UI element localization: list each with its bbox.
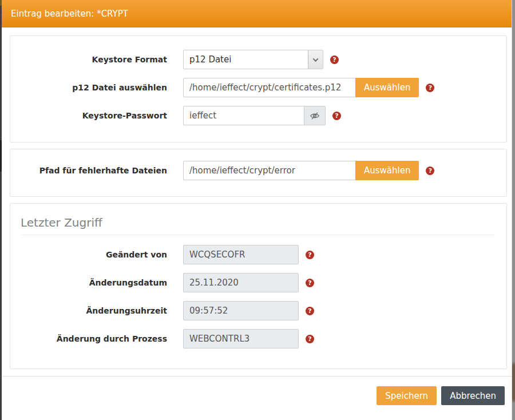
change-time-row: Änderungsuhrzeit ?: [10, 301, 506, 320]
p12-file-label: p12 Datei auswählen: [10, 83, 167, 92]
changed-by-value: [183, 245, 299, 264]
keystore-password-label: Keystore-Passwort: [10, 111, 167, 120]
p12-file-help-icon[interactable]: ?: [426, 84, 434, 92]
dialog-header: Eintrag bearbeiten: *CRYPT: [2, 0, 512, 27]
eye-slash-icon: [310, 112, 320, 120]
change-time-help-icon[interactable]: ?: [306, 307, 314, 315]
change-process-row: Änderung durch Prozess ?: [10, 329, 506, 348]
save-button[interactable]: Speichern: [377, 386, 437, 405]
dialog-footer: Speichern Abbrechen: [2, 377, 512, 405]
keystore-format-selected-value: p12 Datei: [184, 54, 308, 65]
keystore-format-help-icon[interactable]: ?: [330, 56, 339, 64]
change-time-value: [183, 301, 299, 320]
keystore-format-select[interactable]: p12 Datei: [183, 50, 323, 69]
error-path-label: Pfad für fehlerhafte Dateien: [10, 166, 167, 175]
keystore-password-input[interactable]: [183, 106, 304, 125]
change-process-value: [183, 329, 299, 348]
change-time-label: Änderungsuhrzeit: [10, 306, 167, 315]
keystore-format-label: Keystore Format: [10, 55, 167, 64]
keystore-password-row: Keystore-Passwort ?: [10, 106, 506, 125]
scrollbar[interactable]: [512, 0, 515, 420]
p12-file-row: p12 Datei auswählen Auswählen ?: [10, 78, 506, 97]
changed-by-label: Geändert von: [10, 250, 167, 259]
keystore-format-row: Keystore Format p12 Datei ?: [10, 50, 506, 69]
password-visibility-toggle[interactable]: [304, 106, 326, 125]
cancel-button[interactable]: Abbrechen: [441, 386, 505, 405]
changed-by-help-icon[interactable]: ?: [306, 251, 314, 259]
heading-divider: [22, 235, 495, 235]
change-date-row: Änderungsdatum ?: [10, 273, 506, 292]
change-date-label: Änderungsdatum: [10, 278, 167, 287]
changed-by-row: Geändert von ?: [10, 245, 506, 264]
change-date-value: [183, 273, 299, 292]
dialog-title: Eintrag bearbeiten: *CRYPT: [11, 9, 128, 19]
error-path-panel: Pfad für fehlerhafte Dateien Auswählen ?: [10, 149, 507, 197]
select-dropdown-addon[interactable]: [308, 50, 323, 69]
change-process-help-icon[interactable]: ?: [306, 335, 314, 343]
keystore-panel: Keystore Format p12 Datei ? p12 Datei au…: [10, 35, 507, 142]
change-date-help-icon[interactable]: ?: [306, 279, 314, 287]
p12-file-input[interactable]: [183, 78, 356, 97]
last-access-heading: Letzter Zugriff: [10, 215, 506, 230]
last-access-panel: Letzter Zugriff Geändert von ? Änderungs…: [10, 203, 507, 369]
keystore-password-help-icon[interactable]: ?: [332, 112, 341, 120]
error-path-browse-button[interactable]: Auswählen: [355, 161, 419, 180]
error-path-input[interactable]: [183, 161, 356, 180]
change-process-label: Änderung durch Prozess: [10, 334, 167, 343]
chevron-down-icon: [313, 56, 319, 62]
p12-file-browse-button[interactable]: Auswählen: [355, 78, 419, 97]
dialog-body: Keystore Format p12 Datei ? p12 Datei au…: [2, 27, 512, 369]
error-path-help-icon[interactable]: ?: [426, 167, 434, 175]
error-path-row: Pfad für fehlerhafte Dateien Auswählen ?: [10, 161, 506, 180]
edit-entry-dialog: Eintrag bearbeiten: *CRYPT Keystore Form…: [2, 0, 512, 420]
